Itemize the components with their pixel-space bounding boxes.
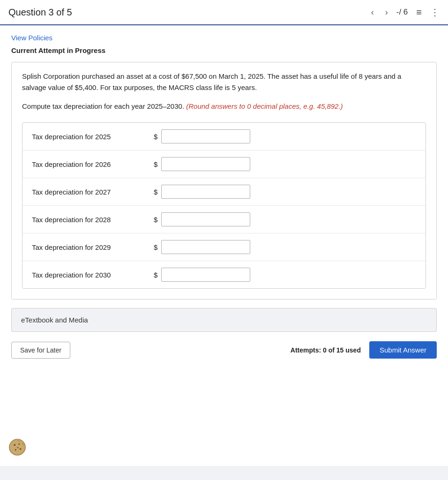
score-display: -/ 6 [396,8,408,17]
dollar-sign-2027: $ [154,188,157,196]
table-row: Tax depreciation for 2026 $ [22,150,426,178]
header-right-area: -/ 6 ≡ ⋮ [396,7,440,18]
list-icon[interactable]: ≡ [416,7,422,18]
save-later-button[interactable]: Save for Later [11,342,70,359]
svg-point-3 [20,448,22,450]
table-row: Tax depreciation for 2028 $ [22,206,426,233]
svg-point-4 [15,449,16,450]
dollar-sign-2026: $ [154,160,157,168]
table-row: Tax depreciation for 2027 $ [22,178,426,206]
input-2028[interactable] [161,212,250,226]
dollar-sign-2030: $ [154,271,157,279]
view-policies-link[interactable]: View Policies [11,34,52,42]
problem-box: Splish Corporation purchased an asset at… [11,62,437,300]
row-label-2025: Tax depreciation for 2025 [32,133,154,141]
question-title: Question 3 of 5 [8,7,363,18]
input-2027[interactable] [161,185,250,199]
row-label-2028: Tax depreciation for 2028 [32,216,154,224]
dollar-sign-2028: $ [154,216,157,224]
attempts-submit-area: Attempts: 0 of 15 used Submit Answer [291,341,437,359]
submit-answer-button[interactable]: Submit Answer [369,341,437,359]
cookie-icon[interactable] [8,438,26,456]
etextbook-bar[interactable]: eTextbook and Media [11,308,437,332]
svg-point-5 [17,447,19,449]
prev-question-button[interactable]: ‹ [368,7,377,17]
svg-point-1 [14,444,15,446]
input-2025[interactable] [161,129,250,143]
input-2030[interactable] [161,268,250,282]
cookie-icon-area [8,438,26,458]
table-row: Tax depreciation for 2025 $ [22,123,426,150]
instruction-plain: Compute tax depreciation for each year 2… [22,102,186,110]
page-header: Question 3 of 5 ‹ › -/ 6 ≡ ⋮ [0,0,448,25]
next-question-button[interactable]: › [382,7,391,17]
etextbook-label: eTextbook and Media [21,316,88,324]
table-row: Tax depreciation for 2030 $ [22,261,426,288]
attempts-text: Attempts: 0 of 15 used [291,346,361,354]
problem-text: Splish Corporation purchased an asset at… [22,71,426,93]
problem-instruction: Compute tax depreciation for each year 2… [22,101,426,112]
dollar-sign-2025: $ [154,133,157,141]
bottom-actions: Save for Later Attempts: 0 of 15 used Su… [11,341,437,363]
row-label-2029: Tax depreciation for 2029 [32,243,154,251]
more-icon[interactable]: ⋮ [430,7,440,18]
main-content: View Policies Current Attempt in Progres… [0,25,448,466]
row-label-2030: Tax depreciation for 2030 [32,271,154,279]
input-2026[interactable] [161,157,250,171]
svg-point-2 [18,443,20,445]
table-row: Tax depreciation for 2029 $ [22,233,426,261]
input-2029[interactable] [161,240,250,254]
attempt-label: Current Attempt in Progress [11,46,437,54]
dollar-sign-2029: $ [154,243,157,251]
input-table: Tax depreciation for 2025 $ Tax deprecia… [22,122,426,289]
instruction-red: (Round answers to 0 decimal places, e.g.… [186,102,343,110]
row-label-2027: Tax depreciation for 2027 [32,188,154,196]
row-label-2026: Tax depreciation for 2026 [32,160,154,168]
